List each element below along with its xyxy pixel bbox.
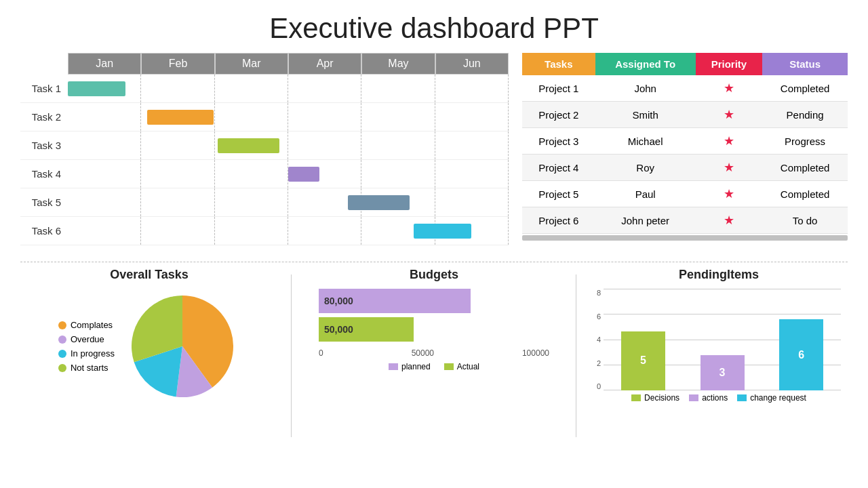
gantt-col-0 bbox=[68, 188, 141, 216]
legend-dot-0 bbox=[58, 321, 66, 329]
gantt-col-4 bbox=[361, 131, 435, 159]
pending-legend: Decisionsactionschange request bbox=[631, 393, 806, 403]
table-cell-assigned-3: Roy bbox=[595, 155, 696, 181]
budget-area: 80,00050,000050000100000plannedActual bbox=[298, 289, 570, 371]
gantt-body: Task 1Task 2Task 3Task 4Task 5Task 6 bbox=[20, 75, 509, 245]
gantt-task-label-0: Task 1 bbox=[20, 83, 68, 94]
table-cell-priority-1: ★ bbox=[696, 102, 763, 128]
gantt-bar-3 bbox=[288, 167, 319, 182]
star-icon: ★ bbox=[724, 108, 734, 121]
table-cell-priority-5: ★ bbox=[696, 207, 763, 234]
gantt-col-5 bbox=[435, 188, 509, 216]
gantt-header: JanFebMarAprMayJun bbox=[68, 53, 509, 75]
gantt-grid-5 bbox=[68, 217, 509, 245]
gantt-col-1 bbox=[141, 75, 214, 102]
budget-axis-label: 50000 bbox=[412, 348, 434, 358]
pending-legend-box-1 bbox=[689, 394, 698, 401]
gantt-grid-0 bbox=[68, 75, 509, 102]
overall-tasks-panel: Overall Tasks ComplatesOverdueIn progres… bbox=[7, 268, 292, 444]
table-scrollbar bbox=[522, 235, 848, 241]
gantt-col-3 bbox=[288, 103, 361, 131]
gantt-col-1 bbox=[141, 217, 214, 245]
table-row: Project 5Paul★Completed bbox=[522, 181, 848, 207]
table-row: Project 1John★Completed bbox=[522, 75, 848, 102]
budget-axis: 050000100000 bbox=[319, 348, 549, 358]
gantt-col-3 bbox=[288, 75, 361, 102]
legend-item-0: Complates bbox=[58, 320, 115, 330]
gantt-col-4 bbox=[361, 75, 435, 102]
budget-legend-label-0: planned bbox=[401, 362, 431, 371]
star-icon: ★ bbox=[724, 161, 734, 174]
pie-area: ComplatesOverdueIn progressNot starts bbox=[14, 289, 285, 404]
gantt-col-2 bbox=[215, 103, 288, 131]
gantt-task-label-1: Task 2 bbox=[20, 111, 68, 123]
legend-label-1: Overdue bbox=[71, 334, 104, 344]
table-cell-task-3: Project 4 bbox=[522, 155, 595, 181]
budget-legend-box-1 bbox=[444, 363, 454, 370]
table-cell-priority-0: ★ bbox=[696, 75, 763, 102]
status-table: Tasks Assigned To Priority Status Projec… bbox=[522, 53, 848, 234]
gantt-bar-5 bbox=[414, 224, 471, 239]
gantt-row-3: Task 4 bbox=[20, 160, 509, 188]
gantt-bar-1 bbox=[147, 110, 214, 125]
gantt-col-5 bbox=[435, 131, 509, 159]
gantt-col-5 bbox=[435, 75, 509, 102]
gantt-bar-0 bbox=[68, 81, 125, 96]
table-cell-priority-4: ★ bbox=[696, 181, 763, 207]
table-cell-task-2: Project 3 bbox=[522, 128, 595, 155]
gantt-grid-2 bbox=[68, 131, 509, 159]
gantt-bar-2 bbox=[218, 138, 279, 153]
pending-area: 86420536Decisionsactionschange request bbox=[583, 289, 854, 403]
table-row: Project 2Smith★Pending bbox=[522, 102, 848, 128]
pending-legend-label-2: change request bbox=[750, 393, 806, 403]
table-cell-task-0: Project 1 bbox=[522, 75, 595, 102]
pending-bar-2: 6 bbox=[779, 319, 823, 390]
gantt-col-5 bbox=[435, 103, 509, 131]
budget-bars-container: 80,00050,000 bbox=[319, 289, 549, 346]
table-cell-status-0: Completed bbox=[762, 75, 848, 102]
legend-label-2: In progress bbox=[71, 348, 115, 359]
gantt-col-0 bbox=[68, 103, 141, 131]
table-row: Project 3Michael★Progress bbox=[522, 128, 848, 155]
pending-legend-label-0: Decisions bbox=[644, 393, 679, 403]
gantt-bar-4 bbox=[348, 195, 410, 210]
gantt-col-5 bbox=[435, 160, 509, 188]
budget-axis-label: 0 bbox=[319, 348, 323, 358]
table-cell-task-5: Project 6 bbox=[522, 207, 595, 234]
pending-y-axis: 86420 bbox=[597, 289, 604, 390]
pending-bar-1: 3 bbox=[701, 355, 745, 391]
budget-legend: plannedActual bbox=[389, 362, 479, 371]
gantt-month-apr: Apr bbox=[288, 53, 361, 75]
budget-bar-row-0: 80,000 bbox=[319, 289, 549, 313]
gantt-month-jan: Jan bbox=[68, 53, 141, 75]
pending-legend-item-2: change request bbox=[737, 393, 806, 403]
gantt-row-4: Task 5 bbox=[20, 188, 509, 217]
page-title: Executive dashboard PPT bbox=[0, 0, 868, 53]
gantt-task-label-5: Task 6 bbox=[20, 225, 68, 237]
star-icon: ★ bbox=[724, 187, 734, 201]
pending-bar-0: 5 bbox=[621, 331, 665, 391]
budget-legend-item-1: Actual bbox=[444, 362, 479, 371]
gantt-grid-1 bbox=[68, 103, 509, 131]
gantt-col-2 bbox=[215, 188, 288, 216]
gantt-col-2 bbox=[215, 160, 288, 188]
th-status: Status bbox=[762, 53, 848, 75]
table-cell-assigned-0: John bbox=[595, 75, 696, 102]
star-icon: ★ bbox=[724, 81, 734, 95]
pending-chart-container: 86420536 bbox=[597, 289, 841, 390]
table-cell-task-4: Project 5 bbox=[522, 181, 595, 207]
pending-legend-box-0 bbox=[631, 394, 641, 401]
gantt-col-0 bbox=[68, 160, 141, 188]
table-cell-status-2: Progress bbox=[762, 128, 848, 155]
gantt-month-jun: Jun bbox=[435, 53, 509, 75]
pie-legend: ComplatesOverdueIn progressNot starts bbox=[58, 320, 115, 373]
gantt-col-2 bbox=[215, 217, 288, 245]
table-row: Project 4Roy★Completed bbox=[522, 155, 848, 181]
table-cell-status-5: To do bbox=[762, 207, 848, 234]
table-cell-task-1: Project 2 bbox=[522, 102, 595, 128]
gantt-col-2 bbox=[215, 75, 288, 102]
pie-chart bbox=[125, 289, 240, 404]
budget-bar-planned: 80,000 bbox=[319, 289, 471, 313]
table-row: Project 6John peter★To do bbox=[522, 207, 848, 234]
budgets-title: Budgets bbox=[410, 268, 458, 282]
